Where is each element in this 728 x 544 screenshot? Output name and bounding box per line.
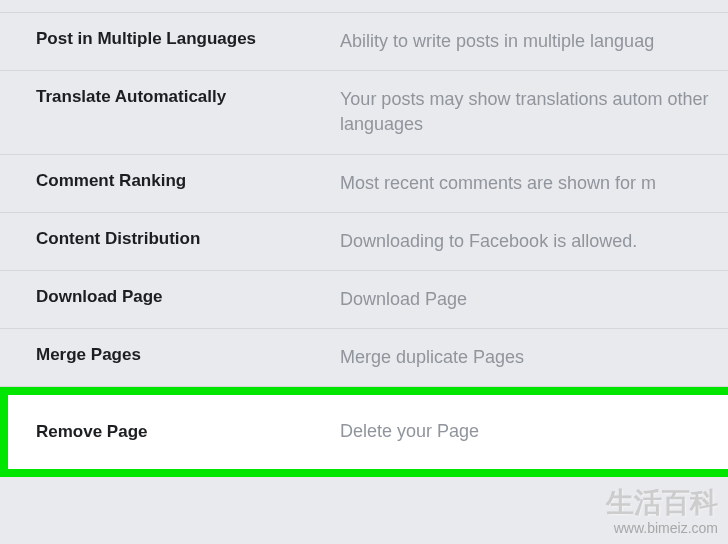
settings-value: Downloading to Facebook is allowed.: [340, 229, 728, 254]
settings-row-comment-ranking[interactable]: Comment Ranking Most recent comments are…: [0, 155, 728, 213]
watermark-text: 生活百科: [606, 484, 718, 522]
settings-value: Merge duplicate Pages: [340, 345, 728, 370]
settings-row-download-page[interactable]: Download Page Download Page: [0, 271, 728, 329]
settings-label: Content Distribution: [0, 229, 340, 249]
settings-value: Ability to write posts in multiple langu…: [340, 29, 728, 54]
settings-label: Translate Automatically: [0, 87, 340, 107]
watermark-url: www.bimeiz.com: [606, 520, 718, 536]
settings-value: Most recent comments are shown for m: [340, 171, 728, 196]
settings-value: Delete your Page: [340, 419, 728, 444]
settings-row-blank[interactable]: [0, 0, 728, 13]
settings-label: Remove Page: [8, 422, 340, 442]
settings-row-translate-automatically[interactable]: Translate Automatically Your posts may s…: [0, 71, 728, 154]
watermark: 生活百科 www.bimeiz.com: [606, 484, 718, 536]
settings-value: Download Page: [340, 287, 728, 312]
settings-label: Merge Pages: [0, 345, 340, 365]
settings-label: Post in Multiple Languages: [0, 29, 340, 49]
settings-row-content-distribution[interactable]: Content Distribution Downloading to Face…: [0, 213, 728, 271]
settings-row-multiple-languages[interactable]: Post in Multiple Languages Ability to wr…: [0, 13, 728, 71]
settings-label: Comment Ranking: [0, 171, 340, 191]
settings-row-merge-pages[interactable]: Merge Pages Merge duplicate Pages: [0, 329, 728, 387]
settings-row-remove-page[interactable]: Remove Page Delete your Page: [0, 387, 728, 476]
settings-value: Your posts may show translations autom o…: [340, 87, 728, 137]
settings-label: Download Page: [0, 287, 340, 307]
settings-list: Post in Multiple Languages Ability to wr…: [0, 0, 728, 477]
